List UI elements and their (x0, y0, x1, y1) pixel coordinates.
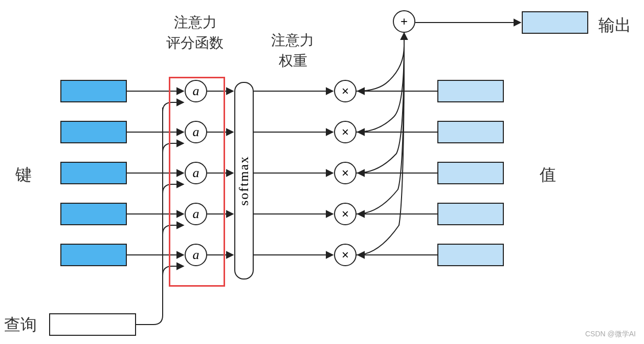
weights-label-1: 注意力 (271, 31, 314, 50)
key-box (60, 121, 127, 143)
key-box (60, 80, 127, 102)
values-label: 值 (540, 164, 556, 186)
value-box (437, 203, 504, 225)
scoring-label-2: 评分函数 (166, 33, 224, 53)
key-box (60, 203, 127, 225)
key-box (60, 162, 127, 184)
multiply-node: × (334, 162, 357, 184)
scoring-label-1: 注意力 (174, 13, 217, 32)
output-label: 输出 (598, 14, 631, 37)
scoring-node: a (185, 80, 207, 102)
multiply-node: × (334, 80, 357, 102)
scoring-node: a (185, 162, 207, 184)
keys-label: 键 (15, 164, 32, 186)
value-box (437, 121, 504, 143)
softmax-label: softmax (236, 156, 252, 206)
multiply-node: × (334, 121, 357, 143)
softmax-box: softmax (234, 82, 254, 280)
multiply-node: × (334, 203, 357, 225)
key-box (60, 244, 127, 266)
query-box (49, 313, 136, 336)
plus-node: + (393, 10, 415, 33)
value-box (437, 244, 504, 266)
watermark: CSDN @微学AI (585, 330, 636, 339)
multiply-node: × (334, 244, 357, 266)
value-box (437, 162, 504, 184)
weights-label-2: 权重 (279, 51, 307, 71)
value-box (437, 80, 504, 102)
output-box (522, 11, 588, 34)
scoring-node: a (185, 203, 207, 225)
scoring-node: a (185, 244, 207, 266)
scoring-node: a (185, 121, 207, 143)
query-label: 查询 (4, 314, 37, 336)
